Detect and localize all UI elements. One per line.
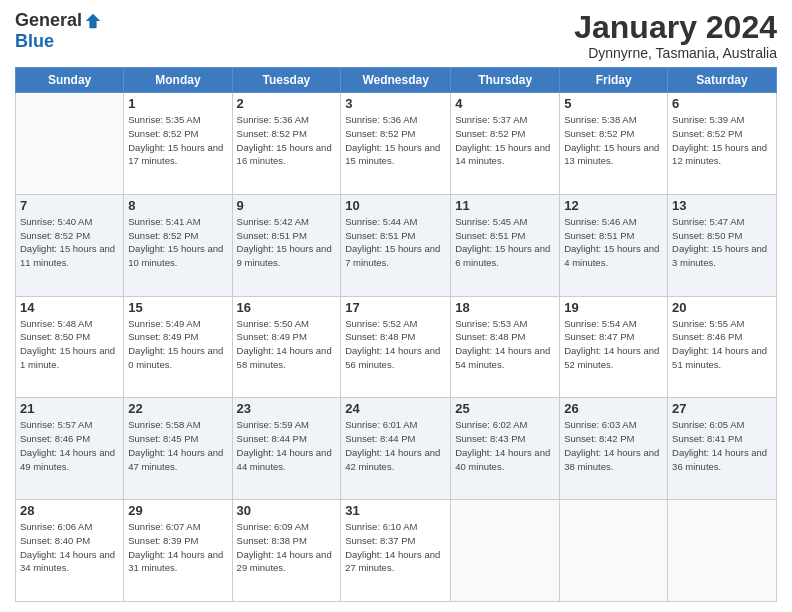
day-info: Sunrise: 6:06 AMSunset: 8:40 PMDaylight:… — [20, 520, 119, 575]
day-info: Sunrise: 5:48 AMSunset: 8:50 PMDaylight:… — [20, 317, 119, 372]
table-cell: 12Sunrise: 5:46 AMSunset: 8:51 PMDayligh… — [560, 194, 668, 296]
day-number: 3 — [345, 96, 446, 111]
day-number: 27 — [672, 401, 772, 416]
table-cell — [451, 500, 560, 602]
logo: General Blue — [15, 10, 102, 52]
day-number: 16 — [237, 300, 337, 315]
table-cell: 14Sunrise: 5:48 AMSunset: 8:50 PMDayligh… — [16, 296, 124, 398]
table-cell — [668, 500, 777, 602]
subtitle: Dynnyrne, Tasmania, Australia — [574, 45, 777, 61]
day-info: Sunrise: 5:59 AMSunset: 8:44 PMDaylight:… — [237, 418, 337, 473]
day-info: Sunrise: 5:40 AMSunset: 8:52 PMDaylight:… — [20, 215, 119, 270]
day-number: 13 — [672, 198, 772, 213]
day-number: 25 — [455, 401, 555, 416]
day-info: Sunrise: 5:47 AMSunset: 8:50 PMDaylight:… — [672, 215, 772, 270]
day-info: Sunrise: 5:46 AMSunset: 8:51 PMDaylight:… — [564, 215, 663, 270]
day-info: Sunrise: 5:49 AMSunset: 8:49 PMDaylight:… — [128, 317, 227, 372]
table-cell: 27Sunrise: 6:05 AMSunset: 8:41 PMDayligh… — [668, 398, 777, 500]
day-number: 30 — [237, 503, 337, 518]
day-info: Sunrise: 6:09 AMSunset: 8:38 PMDaylight:… — [237, 520, 337, 575]
table-row: 1Sunrise: 5:35 AMSunset: 8:52 PMDaylight… — [16, 93, 777, 195]
header: General Blue January 2024 Dynnyrne, Tasm… — [15, 10, 777, 61]
table-cell: 10Sunrise: 5:44 AMSunset: 8:51 PMDayligh… — [341, 194, 451, 296]
table-row: 14Sunrise: 5:48 AMSunset: 8:50 PMDayligh… — [16, 296, 777, 398]
page: General Blue January 2024 Dynnyrne, Tasm… — [0, 0, 792, 612]
day-info: Sunrise: 5:35 AMSunset: 8:52 PMDaylight:… — [128, 113, 227, 168]
day-number: 22 — [128, 401, 227, 416]
col-friday: Friday — [560, 68, 668, 93]
day-number: 12 — [564, 198, 663, 213]
table-cell: 30Sunrise: 6:09 AMSunset: 8:38 PMDayligh… — [232, 500, 341, 602]
table-cell: 7Sunrise: 5:40 AMSunset: 8:52 PMDaylight… — [16, 194, 124, 296]
day-info: Sunrise: 6:03 AMSunset: 8:42 PMDaylight:… — [564, 418, 663, 473]
day-number: 7 — [20, 198, 119, 213]
calendar-table: Sunday Monday Tuesday Wednesday Thursday… — [15, 67, 777, 602]
table-cell: 23Sunrise: 5:59 AMSunset: 8:44 PMDayligh… — [232, 398, 341, 500]
day-number: 15 — [128, 300, 227, 315]
day-number: 4 — [455, 96, 555, 111]
table-cell: 1Sunrise: 5:35 AMSunset: 8:52 PMDaylight… — [124, 93, 232, 195]
day-info: Sunrise: 5:37 AMSunset: 8:52 PMDaylight:… — [455, 113, 555, 168]
day-number: 14 — [20, 300, 119, 315]
table-cell: 3Sunrise: 5:36 AMSunset: 8:52 PMDaylight… — [341, 93, 451, 195]
day-info: Sunrise: 5:36 AMSunset: 8:52 PMDaylight:… — [237, 113, 337, 168]
col-tuesday: Tuesday — [232, 68, 341, 93]
logo-icon — [84, 12, 102, 30]
col-monday: Monday — [124, 68, 232, 93]
day-number: 2 — [237, 96, 337, 111]
table-row: 21Sunrise: 5:57 AMSunset: 8:46 PMDayligh… — [16, 398, 777, 500]
day-number: 18 — [455, 300, 555, 315]
day-info: Sunrise: 5:36 AMSunset: 8:52 PMDaylight:… — [345, 113, 446, 168]
day-number: 19 — [564, 300, 663, 315]
table-cell: 20Sunrise: 5:55 AMSunset: 8:46 PMDayligh… — [668, 296, 777, 398]
day-info: Sunrise: 5:50 AMSunset: 8:49 PMDaylight:… — [237, 317, 337, 372]
day-info: Sunrise: 5:55 AMSunset: 8:46 PMDaylight:… — [672, 317, 772, 372]
day-info: Sunrise: 6:02 AMSunset: 8:43 PMDaylight:… — [455, 418, 555, 473]
day-number: 8 — [128, 198, 227, 213]
table-cell: 16Sunrise: 5:50 AMSunset: 8:49 PMDayligh… — [232, 296, 341, 398]
table-cell: 25Sunrise: 6:02 AMSunset: 8:43 PMDayligh… — [451, 398, 560, 500]
logo-blue-text: Blue — [15, 31, 54, 52]
day-info: Sunrise: 5:41 AMSunset: 8:52 PMDaylight:… — [128, 215, 227, 270]
day-info: Sunrise: 5:54 AMSunset: 8:47 PMDaylight:… — [564, 317, 663, 372]
day-info: Sunrise: 5:58 AMSunset: 8:45 PMDaylight:… — [128, 418, 227, 473]
day-number: 5 — [564, 96, 663, 111]
col-wednesday: Wednesday — [341, 68, 451, 93]
day-info: Sunrise: 6:01 AMSunset: 8:44 PMDaylight:… — [345, 418, 446, 473]
day-number: 26 — [564, 401, 663, 416]
table-cell: 4Sunrise: 5:37 AMSunset: 8:52 PMDaylight… — [451, 93, 560, 195]
table-cell: 13Sunrise: 5:47 AMSunset: 8:50 PMDayligh… — [668, 194, 777, 296]
day-info: Sunrise: 5:53 AMSunset: 8:48 PMDaylight:… — [455, 317, 555, 372]
table-cell: 17Sunrise: 5:52 AMSunset: 8:48 PMDayligh… — [341, 296, 451, 398]
col-sunday: Sunday — [16, 68, 124, 93]
table-cell: 8Sunrise: 5:41 AMSunset: 8:52 PMDaylight… — [124, 194, 232, 296]
day-number: 10 — [345, 198, 446, 213]
header-row: Sunday Monday Tuesday Wednesday Thursday… — [16, 68, 777, 93]
title-section: January 2024 Dynnyrne, Tasmania, Austral… — [574, 10, 777, 61]
main-title: January 2024 — [574, 10, 777, 45]
table-cell: 22Sunrise: 5:58 AMSunset: 8:45 PMDayligh… — [124, 398, 232, 500]
table-cell: 18Sunrise: 5:53 AMSunset: 8:48 PMDayligh… — [451, 296, 560, 398]
day-info: Sunrise: 5:39 AMSunset: 8:52 PMDaylight:… — [672, 113, 772, 168]
day-info: Sunrise: 6:10 AMSunset: 8:37 PMDaylight:… — [345, 520, 446, 575]
table-cell: 5Sunrise: 5:38 AMSunset: 8:52 PMDaylight… — [560, 93, 668, 195]
day-info: Sunrise: 5:38 AMSunset: 8:52 PMDaylight:… — [564, 113, 663, 168]
day-number: 24 — [345, 401, 446, 416]
day-info: Sunrise: 5:52 AMSunset: 8:48 PMDaylight:… — [345, 317, 446, 372]
table-cell: 29Sunrise: 6:07 AMSunset: 8:39 PMDayligh… — [124, 500, 232, 602]
day-number: 28 — [20, 503, 119, 518]
table-cell: 24Sunrise: 6:01 AMSunset: 8:44 PMDayligh… — [341, 398, 451, 500]
day-number: 23 — [237, 401, 337, 416]
table-cell: 26Sunrise: 6:03 AMSunset: 8:42 PMDayligh… — [560, 398, 668, 500]
table-cell: 31Sunrise: 6:10 AMSunset: 8:37 PMDayligh… — [341, 500, 451, 602]
logo-general-text: General — [15, 10, 82, 31]
table-cell: 19Sunrise: 5:54 AMSunset: 8:47 PMDayligh… — [560, 296, 668, 398]
col-saturday: Saturday — [668, 68, 777, 93]
day-number: 11 — [455, 198, 555, 213]
day-number: 20 — [672, 300, 772, 315]
day-number: 29 — [128, 503, 227, 518]
table-cell: 28Sunrise: 6:06 AMSunset: 8:40 PMDayligh… — [16, 500, 124, 602]
table-cell: 2Sunrise: 5:36 AMSunset: 8:52 PMDaylight… — [232, 93, 341, 195]
day-number: 9 — [237, 198, 337, 213]
table-cell — [560, 500, 668, 602]
